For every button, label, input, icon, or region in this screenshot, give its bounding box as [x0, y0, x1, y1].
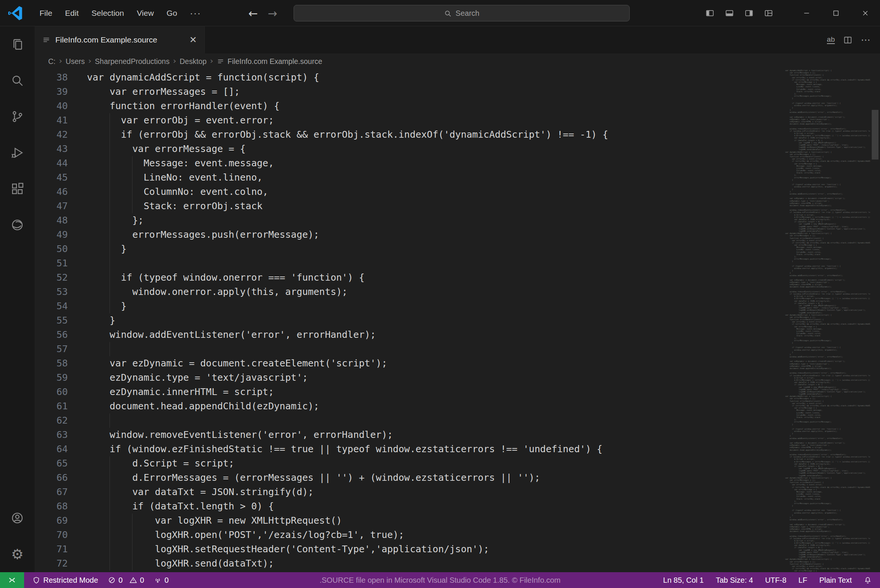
- code-text[interactable]: window.onerror.apply(this, arguments);: [87, 285, 347, 299]
- code-line[interactable]: 40 function errorHandler(event) {: [35, 99, 782, 113]
- extensions-icon[interactable]: [0, 171, 35, 207]
- command-center-search[interactable]: Search: [294, 5, 630, 21]
- split-editor-icon[interactable]: [843, 35, 853, 45]
- go-back-icon[interactable]: ←: [248, 7, 258, 20]
- code-line[interactable]: 54 }: [35, 299, 782, 313]
- tab-fileinfo-example[interactable]: FileInfo.com Example.source ✕: [35, 26, 205, 53]
- code-line[interactable]: 62: [35, 413, 782, 428]
- code-line[interactable]: 63 window.removeEventListener('error', e…: [35, 428, 782, 442]
- code-text[interactable]: document.head.appendChild(ezDynamic);: [87, 399, 319, 413]
- search-view-icon[interactable]: [0, 62, 35, 99]
- code-line[interactable]: 72 logXHR.send(dataTxt);: [35, 556, 782, 571]
- menu-go[interactable]: Go: [160, 0, 184, 26]
- toggle-panel-icon[interactable]: [720, 0, 739, 26]
- editor-scrollbar[interactable]: [870, 69, 880, 572]
- code-text[interactable]: LineNo: event.lineno,: [87, 170, 263, 185]
- menu-selection[interactable]: Selection: [85, 0, 130, 26]
- code-text[interactable]: if (errorObj && errorObj.stack && errorO…: [87, 128, 608, 142]
- code-text[interactable]: if (dataTxt.length > 0) {: [87, 499, 274, 514]
- eol-sequence[interactable]: LF: [798, 576, 807, 585]
- code-text[interactable]: function errorHandler(event) {: [87, 99, 280, 113]
- code-line[interactable]: 70 logXHR.open('POST','/ezais/log?cb=1',…: [35, 528, 782, 542]
- code-text[interactable]: };: [87, 213, 144, 228]
- restricted-mode-badge[interactable]: Restricted Mode: [32, 576, 98, 585]
- code-line[interactable]: 42 if (errorObj && errorObj.stack && err…: [35, 128, 782, 142]
- close-window-button[interactable]: [851, 0, 880, 26]
- code-line[interactable]: 61 document.head.appendChild(ezDynamic);: [35, 399, 782, 413]
- ports-indicator[interactable]: 0: [154, 576, 169, 585]
- code-line[interactable]: 56 window.addEventListener('error', erro…: [35, 328, 782, 342]
- code-text[interactable]: logXHR.open('POST','/ezais/log?cb=1', tr…: [87, 528, 404, 542]
- minimap[interactable]: var dynamicAddScript = function(script) …: [785, 69, 870, 572]
- code-text[interactable]: if (window.ezFinishedStatic !== true || …: [87, 442, 603, 456]
- code-line[interactable]: 38var dynamicAddScript = function(script…: [35, 70, 782, 85]
- settings-gear-icon[interactable]: ⚙: [0, 536, 35, 572]
- remote-indicator[interactable]: [0, 572, 24, 588]
- ab-editor-action-icon[interactable]: ab: [827, 36, 835, 44]
- tab-close-icon[interactable]: ✕: [189, 35, 197, 44]
- code-text[interactable]: errorMessages.push(errorMessage);: [87, 228, 319, 242]
- code-text[interactable]: d.ErrorMessages = (errorMessages || '') …: [87, 471, 540, 485]
- customize-layout-icon[interactable]: [759, 0, 778, 26]
- code-line[interactable]: 46 ColumnNo: event.colno,: [35, 185, 782, 199]
- menu-edit[interactable]: Edit: [59, 0, 85, 26]
- more-actions-icon[interactable]: ⋯: [861, 34, 871, 46]
- run-debug-icon[interactable]: [0, 135, 35, 171]
- code-line[interactable]: 51: [35, 256, 782, 270]
- scrollbar-thumb[interactable]: [872, 110, 878, 160]
- menu-file[interactable]: File: [33, 0, 59, 26]
- explorer-icon[interactable]: [0, 26, 35, 62]
- notifications-bell-icon[interactable]: [864, 576, 872, 584]
- code-line[interactable]: 58 var ezDynamic = document.createElemen…: [35, 356, 782, 371]
- code-line[interactable]: 64 if (window.ezFinishedStatic !== true …: [35, 442, 782, 456]
- code-line[interactable]: 66 d.ErrorMessages = (errorMessages || '…: [35, 471, 782, 485]
- code-text[interactable]: window.addEventListener('error', errorHa…: [87, 328, 376, 342]
- more-menus-icon[interactable]: ···: [184, 8, 208, 18]
- menu-view[interactable]: View: [130, 0, 160, 26]
- code-text[interactable]: ezDynamic.innerHTML = script;: [87, 385, 274, 399]
- code-text[interactable]: var ezDynamic = document.createElement('…: [87, 356, 387, 371]
- language-mode[interactable]: Plain Text: [819, 576, 852, 585]
- code-line[interactable]: 57: [35, 342, 782, 356]
- code-line[interactable]: 48 };: [35, 213, 782, 228]
- code-text[interactable]: var errorObj = event.error;: [87, 113, 274, 128]
- code-line[interactable]: 69 var logXHR = new XMLHttpRequest(): [35, 514, 782, 528]
- code-line[interactable]: 39 var errorMessages = [];: [35, 85, 782, 99]
- toggle-primary-sidebar-icon[interactable]: [700, 0, 720, 26]
- code-line[interactable]: 55 }: [35, 313, 782, 328]
- indentation[interactable]: Tab Size: 4: [716, 576, 753, 585]
- code-text[interactable]: }: [87, 299, 126, 313]
- code-line[interactable]: 67 var dataTxt = JSON.stringify(d);: [35, 485, 782, 499]
- cursor-position[interactable]: Ln 85, Col 1: [663, 576, 704, 585]
- breadcrumb-item[interactable]: C:: [48, 57, 56, 66]
- edge-tools-icon[interactable]: [0, 207, 35, 243]
- editor-pane[interactable]: 38var dynamicAddScript = function(script…: [35, 69, 880, 572]
- code-area[interactable]: 38var dynamicAddScript = function(script…: [35, 69, 782, 572]
- minimize-button[interactable]: [792, 0, 821, 26]
- code-line[interactable]: 41 var errorObj = event.error;: [35, 113, 782, 128]
- code-text[interactable]: logXHR.send(dataTxt);: [87, 556, 274, 571]
- breadcrumb-item[interactable]: Desktop: [180, 57, 207, 66]
- code-text[interactable]: var errorMessage = {: [87, 142, 245, 156]
- accounts-icon[interactable]: [0, 500, 35, 536]
- toggle-secondary-sidebar-icon[interactable]: [739, 0, 759, 26]
- code-line[interactable]: 43 var errorMessage = {: [35, 142, 782, 156]
- breadcrumb-file[interactable]: FileInfo.com Example.source: [228, 57, 322, 66]
- code-line[interactable]: 49 errorMessages.push(errorMessage);: [35, 228, 782, 242]
- encoding[interactable]: UTF-8: [765, 576, 787, 585]
- code-line[interactable]: 47 Stack: errorObj.stack: [35, 199, 782, 213]
- code-line[interactable]: 50 }: [35, 242, 782, 256]
- code-line[interactable]: 65 d.Script = script;: [35, 456, 782, 471]
- code-line[interactable]: 53 window.onerror.apply(this, arguments)…: [35, 285, 782, 299]
- maximize-button[interactable]: [821, 0, 851, 26]
- code-text[interactable]: Stack: errorObj.stack: [87, 199, 263, 213]
- code-text[interactable]: ColumnNo: event.colno,: [87, 185, 268, 199]
- code-line[interactable]: 45 LineNo: event.lineno,: [35, 170, 782, 185]
- code-text[interactable]: var logXHR = new XMLHttpRequest(): [87, 514, 342, 528]
- code-text[interactable]: if (typeof window.onerror === 'function'…: [87, 270, 365, 285]
- code-text[interactable]: d.Script = script;: [87, 456, 234, 471]
- code-text[interactable]: Message: event.message,: [87, 156, 274, 170]
- problems-indicator[interactable]: 0 0: [108, 576, 144, 585]
- code-text[interactable]: var errorMessages = [];: [87, 85, 240, 99]
- breadcrumb-item[interactable]: SharpenedProductions: [95, 57, 169, 66]
